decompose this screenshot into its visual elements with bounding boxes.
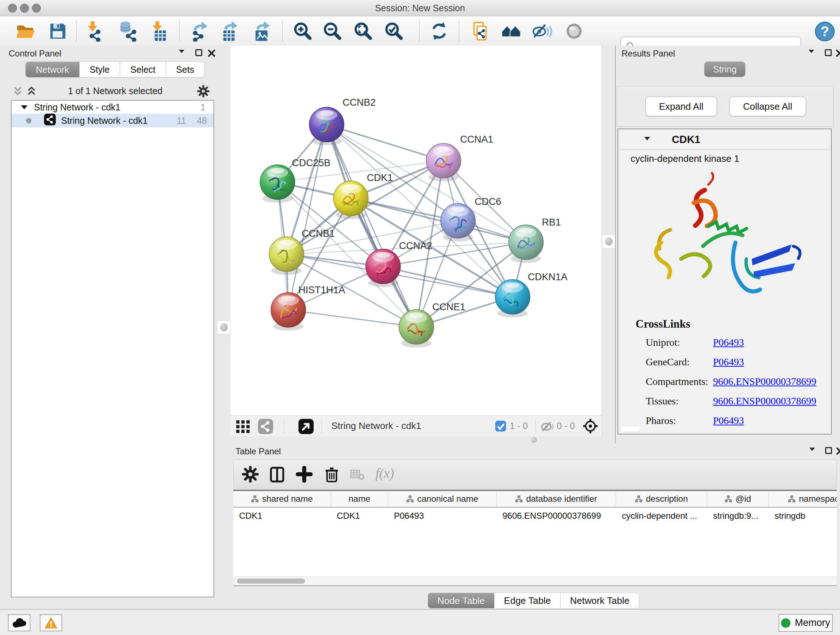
cell-canonical-name[interactable]: P06493: [388, 508, 497, 524]
clone-network-icon[interactable]: [470, 21, 491, 42]
memory-button[interactable]: Memory: [778, 614, 833, 632]
apply-layout-icon[interactable]: [429, 21, 450, 42]
network-node-CDC6[interactable]: CDC6: [441, 196, 501, 241]
panel-float-icon[interactable]: [195, 49, 202, 57]
tab-select[interactable]: Select: [120, 62, 166, 78]
network-node-RB1[interactable]: RB1: [508, 217, 561, 263]
import-table-file-icon[interactable]: [148, 21, 169, 42]
edge-CCNB2-CCNE1[interactable]: [327, 125, 416, 327]
panel-menu-icon[interactable]: [808, 49, 815, 55]
panel-float-icon[interactable]: [825, 447, 832, 455]
left-splitter-handle[interactable]: [217, 320, 231, 334]
network-canvas[interactable]: CCNB2CCNA1CDC25BCDK1CDC6RB1CCNB1CCNA2CDK…: [231, 46, 602, 415]
tab-sets[interactable]: Sets: [166, 62, 205, 78]
cell-namespace[interactable]: stringdb: [769, 508, 837, 524]
cell-name[interactable]: CDK1: [331, 508, 388, 524]
import-network-file-icon[interactable]: [84, 21, 104, 42]
network-node-CCNA1[interactable]: CCNA1: [426, 134, 493, 181]
selected-checkbox-icon[interactable]: [495, 420, 507, 432]
table-options-gear-icon[interactable]: [242, 466, 259, 483]
network-collection-row[interactable]: String Network - cdk1 1: [11, 101, 213, 114]
zoom-in-icon[interactable]: [292, 21, 313, 42]
right-splitter-handle[interactable]: [602, 234, 616, 249]
help-button[interactable]: ?: [814, 21, 835, 42]
entry-collapse-icon[interactable]: [644, 136, 651, 142]
network-share-icon[interactable]: [257, 418, 273, 434]
table-tabs: Node Table Edge Table Network Table: [428, 593, 639, 608]
save-session-icon[interactable]: [47, 21, 68, 42]
network-node-CCNB2[interactable]: CCNB2: [309, 97, 376, 145]
cell-@id[interactable]: stringdb:9...: [707, 508, 769, 524]
network-node-CDKN1A[interactable]: CDKN1A: [495, 272, 568, 318]
zoom-selected-icon[interactable]: [384, 21, 404, 42]
main-toolbar: ?: [0, 16, 840, 46]
panel-close-icon[interactable]: [208, 49, 216, 59]
table-row[interactable]: CDK1CDK1P064939606.ENSP00000378699cyclin…: [233, 508, 837, 524]
first-neighbors-icon[interactable]: [501, 21, 522, 42]
collapse-all-button[interactable]: Collapse All: [729, 97, 806, 116]
node-table[interactable]: shared namenamecanonical namedatabase id…: [233, 490, 837, 586]
table-hscrollbar[interactable]: [233, 576, 837, 585]
fit-content-icon[interactable]: [353, 21, 374, 42]
show-all-icon[interactable]: [564, 21, 585, 42]
tab-string[interactable]: String: [704, 62, 745, 77]
collection-expand-icon[interactable]: [21, 105, 27, 109]
create-column-icon[interactable]: [296, 466, 313, 483]
zoom-out-icon[interactable]: [322, 21, 343, 42]
detach-view-icon[interactable]: [298, 418, 314, 434]
column-header-name[interactable]: name: [331, 491, 388, 507]
table-toolbar: f(x): [233, 459, 837, 489]
panel-close-icon[interactable]: [836, 447, 840, 456]
panel-float-icon[interactable]: [825, 49, 832, 57]
cell-shared-name[interactable]: CDK1: [233, 508, 331, 524]
network-row-selected[interactable]: String Network - cdk1 11 48: [11, 114, 213, 127]
network-node-HIST1H1A[interactable]: HIST1H1A: [271, 285, 345, 331]
export-table-icon[interactable]: [219, 21, 240, 42]
birdseye-grid-icon[interactable]: [235, 418, 251, 434]
expand-all-button[interactable]: Expand All: [645, 97, 717, 116]
panel-menu-icon[interactable]: [808, 447, 816, 453]
tab-node-table[interactable]: Node Table: [428, 593, 494, 608]
warning-status-button[interactable]: [40, 614, 62, 631]
network-node-CCNB1[interactable]: CCNB1: [269, 228, 335, 275]
birdseye-toggle-icon[interactable]: [583, 418, 598, 434]
export-network-icon[interactable]: [189, 21, 210, 42]
tab-style[interactable]: Style: [80, 62, 120, 78]
results-scrollbar-thumb[interactable]: [620, 426, 640, 432]
window-minimize-icon[interactable]: [20, 4, 29, 13]
edge-CCNB2-CCNA1[interactable]: [327, 125, 444, 161]
show-columns-icon[interactable]: [269, 466, 286, 483]
crosslink-link[interactable]: P06493: [713, 337, 744, 348]
hide-selected-icon[interactable]: [531, 21, 553, 42]
column-header-description[interactable]: description: [616, 491, 707, 507]
tab-network[interactable]: Network: [25, 62, 80, 78]
crosslink-link[interactable]: P06493: [713, 356, 744, 368]
open-session-icon[interactable]: [15, 21, 36, 42]
network-options-gear-icon[interactable]: [197, 85, 210, 99]
table-panel: Table Panel f(x) shared namenamecanonica…: [231, 443, 840, 609]
network-node-CCNE1[interactable]: CCNE1: [399, 302, 466, 348]
edge-HIST1H1A-CCNE1[interactable]: [288, 310, 416, 327]
cell-description[interactable]: cyclin-dependent ...: [616, 508, 707, 524]
import-network-database-icon[interactable]: [118, 21, 139, 42]
column-header-shared-name[interactable]: shared name: [233, 491, 331, 507]
export-image-icon[interactable]: [251, 21, 272, 42]
delete-column-icon[interactable]: [324, 466, 340, 483]
column-header-namespace[interactable]: namespace: [769, 491, 837, 507]
cell-database-identifier[interactable]: 9606.ENSP00000378699: [497, 508, 616, 524]
crosslink-link[interactable]: 9606.ENSP00000378699: [713, 395, 816, 407]
column-header-database-identifier[interactable]: database identifier: [497, 491, 616, 507]
window-close-icon[interactable]: [8, 4, 17, 13]
tab-edge-table[interactable]: Edge Table: [494, 593, 561, 608]
tab-network-table[interactable]: Network Table: [561, 593, 639, 608]
panel-menu-icon[interactable]: [178, 49, 185, 55]
column-header-@id[interactable]: @id: [707, 491, 769, 507]
column-header-canonical-name[interactable]: canonical name: [388, 491, 497, 507]
window-zoom-icon[interactable]: [32, 4, 41, 13]
crosslink-link[interactable]: 9606.ENSP00000378699: [713, 376, 816, 387]
panel-close-icon[interactable]: [836, 49, 840, 59]
cloud-status-button[interactable]: [8, 614, 30, 631]
crosslink-link[interactable]: P06493: [713, 415, 744, 426]
entry-header[interactable]: CDK1: [618, 129, 831, 150]
network-graph[interactable]: CCNB2CCNA1CDC25BCDK1CDC6RB1CCNB1CCNA2CDK…: [231, 46, 602, 415]
